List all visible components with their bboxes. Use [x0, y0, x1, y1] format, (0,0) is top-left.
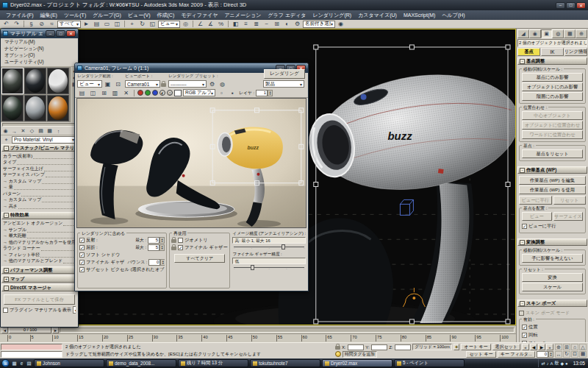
print-image-icon[interactable]: ▥ — [110, 89, 120, 96]
rollout-header[interactable]: -基点調整 — [517, 57, 587, 65]
parameter-row[interactable]: サーフェイス バンプ — [2, 172, 76, 179]
plugin-material-dropdown[interactable]: なし — [73, 306, 76, 314]
zoom-all-icon[interactable]: ⊞ — [563, 344, 570, 350]
add-time-tag[interactable]: 時間タグを追加 — [343, 351, 377, 358]
key-mode-icon[interactable]: ✦ — [453, 344, 460, 350]
material-editor-titlebar[interactable]: マテリアル エディタ - Pro Material Vinyl –□✕ — [1, 29, 78, 38]
cp-button[interactable]: 基点をリセット — [522, 149, 583, 158]
material-sample-slot[interactable] — [1, 95, 24, 121]
timeline-tick[interactable]: 55 — [276, 335, 282, 342]
timeline-tick[interactable]: 0 — [7, 335, 11, 342]
render-setup-icon[interactable]: ⚙ — [207, 80, 217, 88]
hierarchy-tab-icon[interactable]: ▣ — [541, 29, 553, 38]
maximize-button[interactable]: □ — [566, 2, 576, 9]
render-icon[interactable]: ◉ — [336, 21, 345, 28]
timeline-tick[interactable]: 95 — [475, 335, 481, 342]
spinner-arrows-icon[interactable] — [159, 237, 165, 244]
cp-button[interactable]: 作業基点 (WP) を編集 — [519, 176, 586, 185]
menubar-item[interactable]: 編集(E) — [37, 11, 60, 20]
precision-slider[interactable]: ''''' — [234, 244, 304, 250]
include-row[interactable]: ✓屈折 :最大 :5 — [79, 244, 165, 251]
window-crossing-icon[interactable]: ◫ — [112, 21, 122, 28]
rendered-frame-window[interactable]: Camera01, フレーム 0 (1:1) –□✕ レンダリング範囲 : ビュ… — [74, 63, 309, 291]
channel-display-dropdown[interactable]: RGB アルファ — [183, 89, 215, 96]
menubar-item[interactable]: 作成(C) — [154, 11, 178, 20]
render-area-dropdown[interactable]: ビュー — [77, 80, 102, 88]
create-tab-icon[interactable]: ◢ — [517, 29, 529, 38]
selection-lock-icon[interactable] — [335, 346, 340, 350]
current-frame-spinner[interactable]: 0 — [537, 351, 553, 358]
cp-button[interactable]: 階層にのみ影響 — [522, 92, 583, 101]
rollout-header[interactable]: -作業基点 (WP) — [517, 166, 587, 174]
timeline-tick[interactable]: 20 — [102, 335, 108, 342]
set-key-button[interactable]: セット キー — [466, 351, 495, 358]
checkbox-row[interactable]: ✓位置 — [522, 324, 583, 330]
start-button[interactable]: ⊞ — [1, 359, 10, 367]
timeline-tick[interactable]: 30 — [152, 335, 158, 342]
x-coordinate-field[interactable] — [348, 344, 365, 350]
timeline-tick[interactable]: 45 — [226, 335, 232, 342]
timeline-tick[interactable]: 75 — [376, 335, 381, 342]
include-row[interactable]: ✓反射 :最大 :5 — [79, 236, 165, 244]
menubar-item[interactable]: アニメーション — [221, 11, 264, 20]
time-slider-track[interactable] — [60, 328, 514, 333]
menubar-item[interactable]: ツール(T) — [61, 11, 89, 20]
cp-button[interactable]: オブジェクトにのみ影響 — [522, 82, 583, 91]
parameter-row[interactable]: カラー(反射率) — [2, 153, 76, 160]
curve-editor-icon[interactable]: ~ — [262, 21, 271, 28]
spinner-arrows-icon[interactable] — [160, 259, 165, 266]
spinner-arrows-icon[interactable] — [268, 90, 273, 96]
align-icon[interactable]: ≡ — [241, 21, 251, 28]
material-editor-menu-item[interactable]: マテリアル(M) — [2, 39, 37, 46]
copy-image-icon[interactable]: ◫ — [88, 89, 98, 96]
clear-image-icon[interactable]: ✕ — [121, 89, 131, 96]
menubar-item[interactable]: グループ(G) — [90, 11, 124, 20]
select-by-name-icon[interactable]: ▤ — [92, 21, 101, 28]
include-row[interactable]: ✓ソフト シャドウ — [79, 251, 165, 258]
parameter-row[interactable]: → フィレット半径 — [2, 252, 76, 258]
rollout-header[interactable]: -DirectX マネージャ — [1, 284, 77, 291]
use-pivot-center-icon[interactable]: ◎ — [181, 21, 190, 28]
taskbar-button[interactable]: 残り 7 時間 13 分 — [178, 359, 248, 367]
cp-button[interactable]: 基点にのみ影響 — [522, 73, 583, 82]
parameter-row[interactable]: → サンプル — [2, 227, 76, 233]
material-editor-window[interactable]: マテリアル エディタ - Pro Material Vinyl –□✕ マテリア… — [0, 28, 79, 328]
parameter-row[interactable]: サーフェイス仕上げ — [2, 166, 76, 172]
rect-selection-region-icon[interactable]: ▭ — [102, 21, 112, 28]
cp-button[interactable]: 変換 — [522, 273, 583, 282]
make-unique-icon[interactable]: ◇ — [28, 128, 36, 135]
close-button[interactable]: ✕ — [66, 30, 76, 37]
timeline-tick[interactable]: 10 — [52, 335, 58, 342]
unlink-icon[interactable]: ⊘ — [37, 21, 46, 28]
modify-tab-icon[interactable]: ◉ — [529, 29, 541, 38]
material-editor-menu-item[interactable]: ユーティリティ(U) — [2, 59, 46, 66]
menubar-item[interactable]: レンダリング(R) — [309, 11, 354, 20]
reset-map-icon[interactable]: ✕ — [19, 128, 27, 135]
green-channel-icon[interactable] — [145, 90, 151, 96]
timeline-tick[interactable]: 25 — [127, 335, 133, 342]
material-sample-slot[interactable] — [47, 68, 69, 94]
rollout-header[interactable]: -プラスチック/ビニール マテリアル — [1, 144, 77, 152]
timeline-tick[interactable]: 60 — [301, 335, 307, 342]
minimize-button[interactable]: – — [46, 30, 55, 37]
selection-set-dropdown[interactable]: 選択セット — [492, 344, 520, 350]
edit-region-icon[interactable]: ▣ — [103, 80, 112, 88]
menubar-item[interactable]: MAXScript(M) — [401, 12, 439, 18]
utilities-tab-icon[interactable]: ⊕ — [576, 29, 587, 38]
taskbar-button[interactable]: Dryer02.max — [322, 359, 392, 367]
taskbar-button[interactable]: Johnson — [34, 359, 104, 367]
timeline-tick[interactable]: 35 — [176, 335, 182, 342]
fov-icon[interactable]: △ — [579, 344, 587, 350]
rollout-header[interactable]: -スキン ポーズ — [517, 300, 587, 307]
track-bar[interactable]: 0510152025303540455055606570758085909510… — [0, 333, 516, 342]
pivot-subtab[interactable]: 基点 — [517, 48, 540, 56]
parameter-row[interactable]: → カスタム マップ — [2, 178, 76, 185]
timeline-tick[interactable]: 50 — [251, 335, 257, 342]
mono-channel-icon[interactable]: ◐ — [159, 90, 165, 96]
background-color-swatch[interactable] — [174, 90, 182, 96]
percent-snap-icon[interactable]: % — [216, 21, 226, 28]
red-channel-icon[interactable] — [137, 90, 143, 96]
frame-spinner-arrows[interactable] — [548, 351, 553, 358]
material-sample-slot[interactable] — [1, 68, 24, 94]
current-frame-value[interactable]: 0 — [537, 351, 548, 358]
